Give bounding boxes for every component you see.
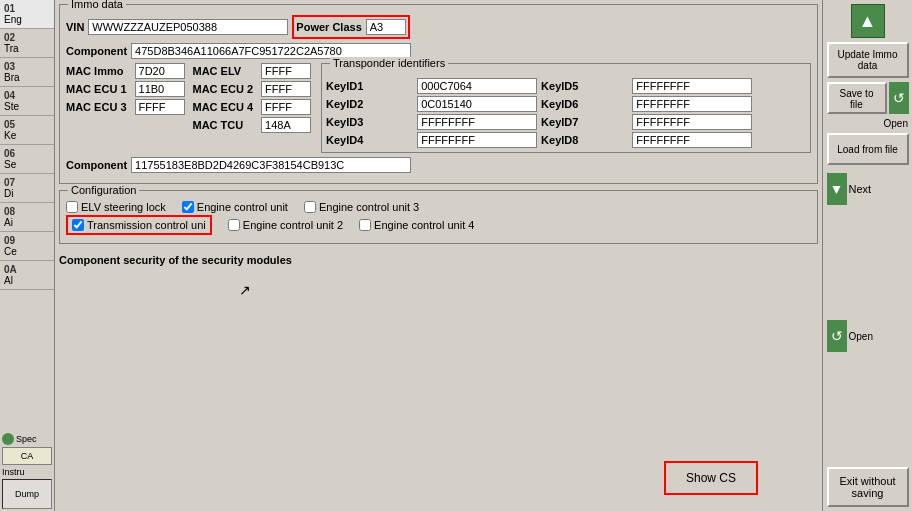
configuration-group: Configuration ELV steering lock Engine c… bbox=[59, 190, 818, 244]
mac-ecu1-label: MAC ECU 1 bbox=[66, 83, 127, 95]
keyid4-value: FFFFFFFF bbox=[417, 132, 537, 148]
keyid5-label: KeyID5 bbox=[541, 80, 628, 92]
sidebar-item-03[interactable]: 03 Bra bbox=[0, 58, 54, 87]
save-to-file-row: Save to file ↺ bbox=[827, 82, 909, 114]
exit-without-saving-button[interactable]: Exit without saving bbox=[827, 467, 909, 507]
vin-value: WWWZZZAUZEP050388 bbox=[88, 19, 288, 35]
component-value-2: 11755183E8BD2D4269C3F38154CB913C bbox=[131, 157, 411, 173]
mac-ecu3-value: FFFF bbox=[135, 99, 185, 115]
nav-up-arrow[interactable]: ▲ bbox=[851, 4, 885, 38]
mac-immo-value: 7D20 bbox=[135, 63, 185, 79]
engine-cu4-checkbox-item: Engine control unit 4 bbox=[359, 219, 474, 231]
update-immo-button[interactable]: Update Immo data bbox=[827, 42, 909, 78]
mac-immo-label: MAC Immo bbox=[66, 65, 127, 77]
security-label: Component security of the security modul… bbox=[59, 254, 818, 266]
sidebar-instru: Instru bbox=[2, 467, 52, 477]
engine-cu4-checkbox[interactable] bbox=[359, 219, 371, 231]
transponder-grid: KeyID1 000C7064 KeyID5 FFFFFFFF KeyID2 0… bbox=[326, 78, 806, 148]
engine-cu2-checkbox-item: Engine control unit 2 bbox=[228, 219, 343, 231]
sidebar-bottom: Spec CA Instru Dump bbox=[0, 431, 54, 511]
engine-cu3-checkbox-item: Engine control unit 3 bbox=[304, 201, 419, 213]
component-label-1: Component bbox=[66, 45, 127, 57]
keyid6-value: FFFFFFFF bbox=[632, 96, 752, 112]
open-arrow-icon[interactable]: ↺ bbox=[827, 320, 847, 352]
sidebar-item-04[interactable]: 04 Ste bbox=[0, 87, 54, 116]
sidebar-item-06[interactable]: 06 Se bbox=[0, 145, 54, 174]
transponder-title: Transponder identifiers bbox=[330, 57, 448, 69]
sidebar-spec[interactable]: Spec bbox=[2, 433, 52, 445]
sidebar-item-01[interactable]: 01 Eng bbox=[0, 0, 54, 29]
cursor-indicator: ↗ bbox=[239, 282, 251, 298]
keyid7-label: KeyID7 bbox=[541, 116, 628, 128]
security-content: ↗ Show CS bbox=[59, 272, 818, 503]
immo-data-title: Immo data bbox=[68, 0, 126, 10]
keyid4-label: KeyID4 bbox=[326, 134, 413, 146]
keyid1-label: KeyID1 bbox=[326, 80, 413, 92]
save-to-file-button[interactable]: Save to file bbox=[827, 82, 887, 114]
spec-indicator bbox=[2, 433, 14, 445]
security-section: Component security of the security modul… bbox=[59, 250, 818, 507]
keyid2-value: 0C015140 bbox=[417, 96, 537, 112]
mac-tcu-label: MAC TCU bbox=[193, 119, 254, 131]
mac-ecu2-value: FFFF bbox=[261, 81, 311, 97]
transponder-box: Transponder identifiers KeyID1 000C7064 … bbox=[321, 63, 811, 153]
power-class-label: Power Class bbox=[296, 21, 361, 33]
config-row-2: Transmission control uni Engine control … bbox=[66, 215, 811, 235]
sidebar-item-05[interactable]: 05 Ke bbox=[0, 116, 54, 145]
vin-label: VIN bbox=[66, 21, 84, 33]
save-open-arrow[interactable]: ↺ bbox=[889, 82, 909, 114]
keyid5-value: FFFFFFFF bbox=[632, 78, 752, 94]
next-row: ▼ Next bbox=[827, 173, 909, 205]
power-class-value: A3 bbox=[366, 19, 406, 35]
configuration-title: Configuration bbox=[68, 184, 139, 196]
engine-cu2-checkbox[interactable] bbox=[228, 219, 240, 231]
mac-ecu4-value: FFFF bbox=[261, 99, 311, 115]
mac-fields: MAC Immo 7D20 MAC ELV FFFF MAC ECU 1 11B… bbox=[66, 63, 311, 153]
elv-label: ELV steering lock bbox=[81, 201, 166, 213]
sidebar-item-07[interactable]: 07 Di bbox=[0, 174, 54, 203]
sidebar-dump: Dump bbox=[2, 479, 52, 509]
sidebar-item-08[interactable]: 08 Ai bbox=[0, 203, 54, 232]
load-from-file-button[interactable]: Load from file bbox=[827, 133, 909, 165]
sidebar-item-09[interactable]: 09 Ce bbox=[0, 232, 54, 261]
keyid3-label: KeyID3 bbox=[326, 116, 413, 128]
transmission-checkbox[interactable] bbox=[72, 219, 84, 231]
sidebar-item-0a[interactable]: 0A Al bbox=[0, 261, 54, 290]
sidebar-item-02[interactable]: 02 Tra bbox=[0, 29, 54, 58]
elv-checkbox[interactable] bbox=[66, 201, 78, 213]
next-arrow-icon[interactable]: ▼ bbox=[827, 173, 847, 205]
keyid1-value: 000C7064 bbox=[417, 78, 537, 94]
sidebar-ca[interactable]: CA bbox=[2, 447, 52, 465]
engine-cu3-checkbox[interactable] bbox=[304, 201, 316, 213]
engine-cu-label: Engine control unit bbox=[197, 201, 288, 213]
keyid3-value: FFFFFFFF bbox=[417, 114, 537, 130]
show-cs-button[interactable]: Show CS bbox=[664, 461, 758, 495]
engine-cu3-label: Engine control unit 3 bbox=[319, 201, 419, 213]
mac-ecu1-value: 11B0 bbox=[135, 81, 185, 97]
component-row-2: Component 11755183E8BD2D4269C3F38154CB91… bbox=[66, 157, 811, 173]
mac-transponder-row: MAC Immo 7D20 MAC ELV FFFF MAC ECU 1 11B… bbox=[66, 63, 811, 153]
next-label: Next bbox=[849, 183, 872, 195]
engine-cu4-label: Engine control unit 4 bbox=[374, 219, 474, 231]
mac-elv-label: MAC ELV bbox=[193, 65, 254, 77]
right-sidebar: ▲ Update Immo data Save to file ↺ Open L… bbox=[822, 0, 912, 511]
config-row-1: ELV steering lock Engine control unit En… bbox=[66, 201, 811, 213]
left-sidebar: 01 Eng 02 Tra 03 Bra 04 Ste 05 Ke 06 Se … bbox=[0, 0, 55, 511]
keyid8-value: FFFFFFFF bbox=[632, 132, 752, 148]
engine-cu2-label: Engine control unit 2 bbox=[243, 219, 343, 231]
power-class-wrapper: Power Class A3 bbox=[292, 15, 409, 39]
immo-data-group: Immo data VIN WWWZZZAUZEP050388 Power Cl… bbox=[59, 4, 818, 184]
mac-grid: MAC Immo 7D20 MAC ELV FFFF MAC ECU 1 11B… bbox=[66, 63, 311, 133]
mac-tcu-value: 148A bbox=[261, 117, 311, 133]
keyid2-label: KeyID2 bbox=[326, 98, 413, 110]
engine-cu-checkbox[interactable] bbox=[182, 201, 194, 213]
elv-checkbox-item: ELV steering lock bbox=[66, 201, 166, 213]
keyid6-label: KeyID6 bbox=[541, 98, 628, 110]
component-label-2: Component bbox=[66, 159, 127, 171]
mac-ecu2-label: MAC ECU 2 bbox=[193, 83, 254, 95]
keyid8-label: KeyID8 bbox=[541, 134, 628, 146]
vin-row: VIN WWWZZZAUZEP050388 Power Class A3 bbox=[66, 15, 811, 39]
open-label-2: Open bbox=[849, 331, 873, 342]
mac-elv-value: FFFF bbox=[261, 63, 311, 79]
mac-ecu4-label: MAC ECU 4 bbox=[193, 101, 254, 113]
